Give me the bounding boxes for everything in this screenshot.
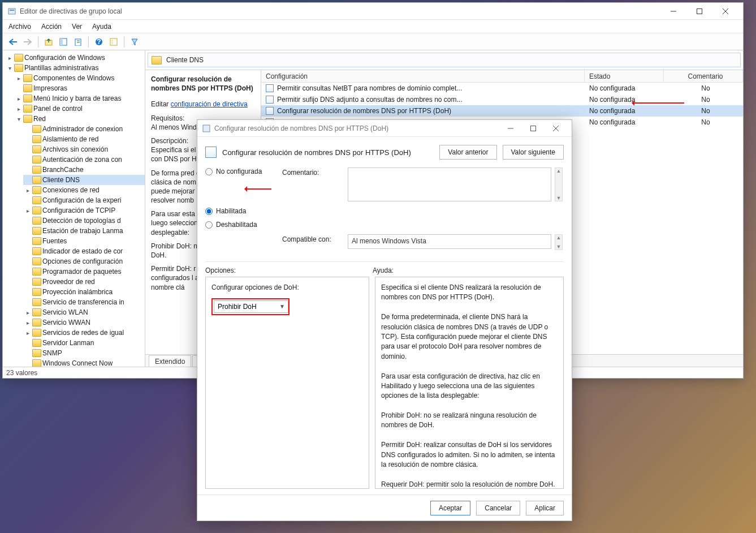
chevron-icon[interactable] [24, 238, 31, 244]
chevron-icon[interactable] [24, 258, 31, 265]
chevron-icon[interactable] [24, 136, 31, 143]
dialog-maximize-button[interactable] [522, 121, 545, 136]
tree-item[interactable]: Autenticación de zona con [23, 154, 145, 165]
comment-scrollbar[interactable]: ▲▼ [555, 167, 563, 201]
policy-row[interactable]: Configurar resolución de nombres DNS por… [261, 105, 743, 117]
chevron-icon[interactable]: ▸ [24, 329, 31, 336]
tree-item[interactable]: Servidor Lanman [23, 338, 145, 348]
forward-button[interactable] [21, 35, 34, 49]
tree-item[interactable]: Fuentes [23, 236, 145, 246]
properties-button[interactable] [107, 35, 120, 49]
tab-extended[interactable]: Extendido [149, 355, 191, 367]
chevron-icon[interactable] [24, 146, 31, 153]
chevron-icon[interactable] [24, 166, 31, 173]
doh-select[interactable]: Prohibir DoH [214, 300, 288, 313]
dialog-close-button[interactable] [545, 121, 567, 136]
policy-row[interactable]: Permitir consultas NetBT para nombres de… [261, 83, 743, 94]
maximize-button[interactable] [686, 3, 712, 20]
chevron-right-icon[interactable]: ▸ [15, 75, 22, 81]
chevron-icon[interactable] [24, 177, 31, 183]
export-button[interactable] [71, 35, 85, 49]
tree-item[interactable]: Cliente DNS [23, 175, 145, 185]
tree-item[interactable]: ▸Conexiones de red [23, 185, 145, 195]
policy-row[interactable]: Permitir sufijo DNS adjunto a consultas … [261, 94, 743, 105]
tree-item[interactable]: Indicador de estado de cor [23, 246, 145, 256]
chevron-icon[interactable] [24, 248, 31, 255]
chevron-icon[interactable]: ▸ [24, 207, 31, 214]
chevron-icon[interactable] [24, 289, 31, 295]
tree-item[interactable]: Detección de topologías d [23, 216, 145, 226]
chevron-icon[interactable] [24, 126, 31, 132]
chevron-down-icon[interactable]: ▾ [15, 115, 22, 122]
tree-item[interactable]: Proveedor de red [23, 277, 145, 287]
tree-pane[interactable]: ▸Configuración de Windows ▾Plantillas ad… [3, 50, 145, 367]
tree-item-printers[interactable]: Impresoras [14, 83, 145, 93]
menu-file[interactable]: Archivo [8, 23, 31, 31]
tree-item[interactable]: Configuración de la experi [23, 195, 145, 205]
tree-item[interactable]: Servicio de transferencia in [23, 297, 145, 307]
tree-item[interactable]: Aislamiento de red [23, 134, 145, 144]
chevron-icon[interactable] [24, 268, 31, 275]
tree-item[interactable]: Programador de paquetes [23, 266, 145, 277]
chevron-icon[interactable] [24, 227, 31, 234]
chevron-right-icon[interactable]: ▸ [15, 95, 22, 102]
list-header[interactable]: Configuración Estado Comentario [261, 70, 743, 83]
tree-item[interactable]: ▸Configuración de TCPIP [23, 205, 145, 216]
tree-item-control-panel[interactable]: ▸Panel de control [14, 104, 145, 114]
help-button[interactable]: ? [92, 35, 106, 49]
radio-disabled[interactable]: Deshabilitada [205, 221, 279, 229]
tree-item-admin-templates[interactable]: ▾Plantillas administrativas [5, 63, 145, 73]
edit-policy-link[interactable]: configuración de directiva [171, 100, 248, 108]
minimize-button[interactable] [660, 3, 686, 20]
tree-item-network[interactable]: ▾Red [14, 114, 145, 124]
show-hide-tree-button[interactable] [57, 35, 70, 49]
chevron-right-icon[interactable]: ▸ [6, 54, 13, 61]
chevron-right-icon[interactable]: ▸ [15, 105, 22, 112]
chevron-icon[interactable] [24, 156, 31, 163]
tree-item[interactable]: ▸Servicio WLAN [23, 307, 145, 317]
tree-item[interactable]: Opciones de configuración [23, 256, 145, 266]
tree-item[interactable]: ▸Servicios de redes de igual [23, 328, 145, 338]
tree-item[interactable]: Archivos sin conexión [23, 144, 145, 154]
chevron-down-icon[interactable]: ▾ [6, 65, 13, 71]
tree-item-start-menu[interactable]: ▸Menú Inicio y barra de tareas [14, 93, 145, 104]
chevron-icon[interactable]: ▸ [24, 187, 31, 194]
col-config[interactable]: Configuración [261, 70, 585, 82]
comment-textbox[interactable] [348, 167, 551, 201]
tree-item[interactable]: ▸Servicio WWAN [23, 317, 145, 328]
chevron-icon[interactable] [24, 299, 31, 306]
tree-item[interactable]: Windows Connect Now [23, 358, 145, 367]
tree-item-windows-components[interactable]: ▸Componentes de Windows [14, 73, 145, 83]
chevron-icon[interactable] [24, 339, 31, 346]
chevron-icon[interactable]: ▸ [24, 309, 31, 316]
tree-item[interactable]: Proyección inalámbrica [23, 287, 145, 297]
col-state[interactable]: Estado [585, 70, 664, 82]
menu-view[interactable]: Ver [72, 23, 82, 31]
back-button[interactable] [6, 35, 20, 49]
tree-item-windows-config[interactable]: ▸Configuración de Windows [5, 53, 145, 63]
prev-value-button[interactable]: Valor anterior [439, 145, 496, 160]
next-value-button[interactable]: Valor siguiente [503, 145, 564, 160]
menu-help[interactable]: Ayuda [92, 23, 111, 31]
cancel-button[interactable]: Cancelar [476, 501, 520, 515]
tree-item[interactable]: BranchCache [23, 165, 145, 175]
title-bar[interactable]: Editor de directivas de grupo local [3, 3, 743, 20]
apply-button[interactable]: Aplicar [526, 501, 564, 515]
chevron-icon[interactable] [24, 217, 31, 224]
tree-item[interactable]: Estación de trabajo Lanma [23, 226, 145, 236]
compat-scrollbar[interactable]: ▲▼ [555, 234, 563, 250]
close-button[interactable] [712, 3, 738, 20]
chevron-icon[interactable]: ▸ [24, 319, 31, 326]
tree-item[interactable]: SNMP [23, 348, 145, 358]
chevron-icon[interactable] [24, 197, 31, 204]
ok-button[interactable]: Aceptar [430, 501, 470, 515]
chevron-icon[interactable] [24, 350, 31, 356]
radio-not-configured[interactable]: No configurada [205, 167, 279, 175]
col-comment[interactable]: Comentario [664, 70, 743, 82]
menu-action[interactable]: Acción [41, 23, 62, 31]
radio-enabled[interactable]: Habilitada [205, 207, 279, 215]
dialog-titlebar[interactable]: Configurar resolución de nombres DNS por… [197, 120, 572, 137]
chevron-icon[interactable] [24, 360, 31, 367]
up-button[interactable] [42, 35, 55, 49]
filter-button[interactable] [128, 35, 141, 49]
